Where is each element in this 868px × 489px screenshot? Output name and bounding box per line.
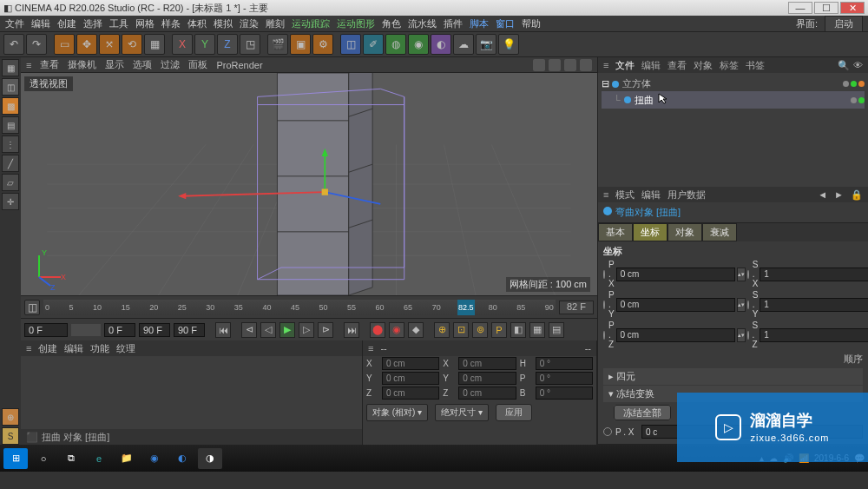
workplane-button[interactable]: ▤ xyxy=(2,116,19,134)
vp-menu-panel[interactable]: 面板 xyxy=(188,58,207,71)
task-folder[interactable]: 📁 xyxy=(115,448,139,469)
timeline-ruler[interactable]: ◫ 0 5 10 15 20 25 30 35 40 45 50 55 60 6… xyxy=(21,295,597,318)
poly-mode-button[interactable]: ▱ xyxy=(2,174,19,191)
field-py[interactable] xyxy=(616,298,735,312)
rot-h-field[interactable]: 0 ° xyxy=(536,357,593,370)
task-c4d[interactable]: ◑ xyxy=(198,448,222,469)
render-view-button[interactable]: 🎬 xyxy=(267,34,288,55)
attr-lock-icon[interactable]: 🔒 xyxy=(851,189,863,201)
menu-create[interactable]: 创建 xyxy=(57,17,76,30)
size-x-field[interactable]: 0 cm xyxy=(458,357,516,370)
size-z-field[interactable]: 0 cm xyxy=(458,387,516,400)
material-area[interactable] xyxy=(21,356,362,429)
om-tab-file[interactable]: 文件 xyxy=(615,59,635,72)
next-key-button[interactable]: ⊳ xyxy=(318,322,333,338)
menu-select[interactable]: 选择 xyxy=(83,17,102,30)
key-pos-button[interactable]: ⊕ xyxy=(434,322,450,338)
prev-key-button[interactable]: ⊲ xyxy=(241,322,257,338)
environment-button[interactable]: ☁ xyxy=(453,34,474,55)
menu-window[interactable]: 窗口 xyxy=(496,17,515,30)
quaternion-row[interactable]: ▸ 四元 xyxy=(603,368,863,385)
menu-mograph[interactable]: 运动图形 xyxy=(337,17,375,30)
pos-x-field[interactable]: 0 cm xyxy=(382,357,439,370)
field-sy[interactable] xyxy=(760,298,868,312)
subtab-object[interactable]: 对象 xyxy=(667,223,702,241)
vp-menu-prorender[interactable]: ProRender xyxy=(216,60,262,70)
timeline-track[interactable]: 0 5 10 15 20 25 30 35 40 45 50 55 60 65 … xyxy=(43,300,556,315)
object-tree[interactable]: ⊟ 立方体 └ 扭曲 xyxy=(598,73,868,187)
range-slider[interactable] xyxy=(71,324,101,336)
start-button[interactable]: ⊞ xyxy=(3,448,28,469)
vp-nav-2[interactable] xyxy=(549,59,561,71)
spline-primitive[interactable]: ✐ xyxy=(363,34,384,55)
task-ie[interactable]: e xyxy=(87,448,111,469)
timeline-filter-icon[interactable]: ◫ xyxy=(24,300,40,315)
task-app1[interactable]: ◐ xyxy=(170,448,194,469)
om-eye-icon[interactable]: 👁 xyxy=(853,60,863,71)
pos-y-field[interactable]: 0 cm xyxy=(382,372,439,385)
task-search[interactable]: ○ xyxy=(31,448,56,469)
rotate-tool[interactable]: ⟲ xyxy=(122,34,142,55)
range-end-field[interactable]: 90 F xyxy=(174,323,205,337)
om-tab-bookmarks[interactable]: 书签 xyxy=(746,59,765,72)
subtab-coord[interactable]: 坐标 xyxy=(633,223,667,241)
key-pla-button[interactable]: ◧ xyxy=(510,322,526,338)
menu-mesh[interactable]: 网格 xyxy=(135,17,155,30)
field-sx[interactable] xyxy=(760,268,868,281)
tree-item-twist[interactable]: └ 扭曲 xyxy=(602,91,865,109)
attr-nav-fwd[interactable]: ► xyxy=(834,189,844,200)
apply-button[interactable]: 应用 xyxy=(496,404,532,421)
attr-tab-userdata[interactable]: 用户数据 xyxy=(667,188,706,202)
task-edge[interactable]: ◉ xyxy=(142,448,167,469)
maximize-button[interactable]: ☐ xyxy=(814,2,838,14)
texture-mode-button[interactable]: ▩ xyxy=(2,97,19,115)
camera-button[interactable]: 📷 xyxy=(476,34,496,55)
attr-tab-edit[interactable]: 编辑 xyxy=(641,188,661,202)
task-view[interactable]: ⧉ xyxy=(59,448,83,469)
om-tab-view[interactable]: 查看 xyxy=(667,59,687,72)
interface-dropdown[interactable]: 启动 xyxy=(825,16,863,32)
om-tab-edit[interactable]: 编辑 xyxy=(641,59,661,72)
view-end-field[interactable]: 90 F xyxy=(139,323,170,337)
close-button[interactable]: ✕ xyxy=(840,2,865,14)
menu-script[interactable]: 脚本 xyxy=(470,17,489,30)
undo-button[interactable]: ↶ xyxy=(3,34,24,55)
expand-icon[interactable]: ⊟ xyxy=(602,78,608,89)
key-param-button[interactable]: P xyxy=(491,322,507,338)
render-region-button[interactable]: ▣ xyxy=(290,34,311,55)
radio-sx[interactable] xyxy=(747,270,749,279)
select-tool[interactable]: ▭ xyxy=(54,34,75,55)
x-axis-lock[interactable]: X xyxy=(172,34,193,55)
snap-button[interactable]: ⊕ xyxy=(2,408,19,426)
attr-nav-back[interactable]: ◄ xyxy=(818,189,827,200)
menu-tools[interactable]: 工具 xyxy=(109,17,128,30)
menu-pipeline[interactable]: 流水线 xyxy=(408,17,437,30)
field-px[interactable] xyxy=(616,268,735,281)
perspective-viewport[interactable]: Y X Z 透视视图 网格间距 : 100 cm xyxy=(21,73,597,295)
minimize-button[interactable]: — xyxy=(788,2,812,14)
vp-menu-view[interactable]: 查看 xyxy=(40,58,59,71)
pos-z-field[interactable]: 0 cm xyxy=(382,387,439,400)
mat-tab-tex[interactable]: 纹理 xyxy=(116,342,135,355)
freeze-all-button[interactable]: 冻结全部 xyxy=(614,405,671,420)
quantize-button[interactable]: S xyxy=(2,427,19,445)
vp-menu-options[interactable]: 选项 xyxy=(133,58,152,71)
play-back-button[interactable]: ◁ xyxy=(260,322,276,338)
coord-system[interactable]: ◳ xyxy=(240,34,260,55)
vp-nav-3[interactable] xyxy=(564,59,576,71)
menu-edit[interactable]: 编辑 xyxy=(31,17,50,30)
last-tool[interactable]: ▦ xyxy=(144,34,165,55)
y-axis-lock[interactable]: Y xyxy=(194,34,215,55)
edge-mode-button[interactable]: ╱ xyxy=(2,155,19,172)
om-search-icon[interactable]: 🔍 xyxy=(838,60,850,71)
size-y-field[interactable]: 0 cm xyxy=(458,372,516,385)
menu-motiontrack[interactable]: 运动跟踪 xyxy=(292,17,330,30)
view-start-field[interactable]: 0 F xyxy=(104,323,135,337)
keyframe-selection-button[interactable]: ◆ xyxy=(408,322,424,338)
radio-py[interactable] xyxy=(603,301,605,309)
vp-menu-filter[interactable]: 过滤 xyxy=(161,58,180,71)
cube-primitive[interactable]: ◫ xyxy=(340,34,361,55)
menu-sculpt[interactable]: 雕刻 xyxy=(266,17,285,30)
radio-pz[interactable] xyxy=(603,331,605,340)
mat-tab-create[interactable]: 创建 xyxy=(38,342,57,355)
